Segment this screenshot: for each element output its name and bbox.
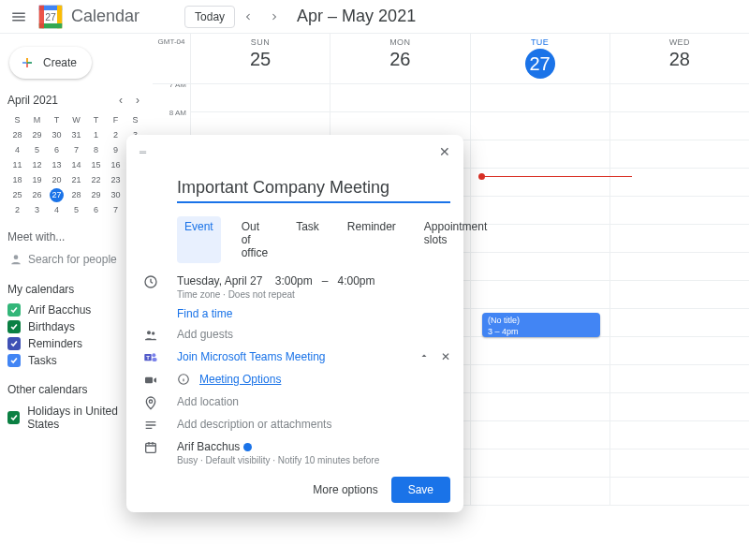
mini-dow: M [27,112,47,127]
mini-day[interactable]: 30 [47,127,66,142]
calendar-item[interactable]: Arif Bacchus [7,302,145,318]
today-button[interactable]: Today [184,6,235,28]
close-button[interactable]: ✕ [439,144,450,159]
calendar-label: Birthdays [28,320,75,333]
calendar-color-dot [243,443,252,451]
create-label: Create [43,56,77,69]
mini-day[interactable]: 7 [66,142,86,157]
mini-prev-button[interactable]: ‹ [113,94,128,107]
calendar-item[interactable]: Holidays in United States [7,403,145,433]
mini-day[interactable]: 3 [27,202,47,217]
day-column[interactable] [609,84,749,506]
event-datetime[interactable]: Tuesday, April 27 3:00pm – 4:00pm [177,274,375,287]
event-title-input[interactable] [177,176,450,203]
teams-icon: T [140,350,162,365]
collapse-conference-button[interactable] [419,350,430,363]
mini-day[interactable]: 20 [47,172,66,187]
tab-out-of-office[interactable]: Out of office [234,216,275,263]
calendar-item[interactable]: Reminders [7,335,145,352]
calendar-icon [140,440,162,455]
prev-period-button[interactable] [237,6,259,28]
mini-day[interactable]: 11 [7,157,27,172]
hamburger-icon[interactable] [7,6,30,28]
day-header-row: GMT-04 SUN25MON26TUE27WED28 [153,34,749,84]
mini-day[interactable]: 23 [106,172,125,187]
mini-day[interactable]: 4 [47,202,66,217]
info-icon [177,373,190,386]
day-column-header[interactable]: TUE27 [470,34,609,83]
mini-next-button[interactable]: › [130,94,145,107]
mini-dow: T [86,112,106,127]
tab-reminder[interactable]: Reminder [340,216,404,263]
svg-point-12 [152,353,155,357]
teams-join-link[interactable]: Join Microsoft Teams Meeting [177,350,326,363]
checkbox-icon [7,411,20,424]
mini-day[interactable]: 29 [27,127,47,142]
search-people-input[interactable]: Search for people [7,249,145,270]
location-icon [140,395,162,410]
calendar-label: Reminders [28,337,82,350]
mini-day[interactable]: 30 [106,187,125,202]
mini-day[interactable]: 5 [66,202,86,217]
event-chip[interactable]: (No title) 3 – 4pm [482,313,600,337]
mini-day[interactable]: 26 [27,187,47,202]
drag-handle-icon[interactable]: ═ [140,147,148,157]
mini-day[interactable]: 29 [86,187,106,202]
add-location-button[interactable]: Add location [177,395,239,408]
mini-day[interactable]: 1 [86,127,106,142]
next-period-button[interactable] [263,6,286,28]
remove-conference-button[interactable]: ✕ [441,350,450,363]
mini-day[interactable]: 5 [27,142,47,157]
calendar-item[interactable]: Tasks [7,352,145,369]
mini-day[interactable]: 13 [47,157,66,172]
mini-day[interactable]: 18 [7,172,27,187]
day-column[interactable] [470,84,609,506]
event-title: (No title) [488,316,595,327]
mini-day[interactable]: 4 [7,142,27,157]
create-button[interactable]: Create [9,47,92,79]
more-options-button[interactable]: More options [313,483,377,496]
mini-dow: S [125,112,145,127]
mini-day[interactable]: 6 [86,202,106,217]
meeting-options-link[interactable]: Meeting Options [199,373,281,386]
tab-appointment-slots[interactable]: Appointment slots [417,216,494,263]
meet-with-label: Meet with... [7,230,145,243]
mini-day[interactable]: 28 [7,127,27,142]
find-a-time-link[interactable]: Find a time [177,307,232,320]
video-icon [140,373,162,388]
mini-day[interactable]: 14 [66,157,86,172]
quick-create-dialog: ═ ✕ EventOut of officeTaskReminderAppoin… [126,135,463,512]
tab-task[interactable]: Task [288,216,327,263]
mini-day[interactable]: 22 [86,172,106,187]
mini-day[interactable]: 27 [47,187,66,202]
person-icon [9,253,22,266]
save-button[interactable]: Save [391,477,450,503]
mini-day[interactable]: 2 [7,202,27,217]
mini-day[interactable]: 19 [27,172,47,187]
mini-day[interactable]: 25 [7,187,27,202]
mini-day[interactable]: 6 [47,142,66,157]
day-of-week: MON [330,37,469,47]
event-time-sub: Time zone · Does not repeat [177,289,375,300]
day-column-header[interactable]: SUN25 [190,34,330,83]
tab-event[interactable]: Event [177,216,221,263]
mini-day[interactable]: 28 [66,187,86,202]
mini-day[interactable]: 21 [66,172,86,187]
mini-day[interactable]: 2 [106,127,125,142]
mini-day[interactable]: 16 [106,157,125,172]
day-column-header[interactable]: MON26 [330,34,469,83]
add-guests-button[interactable]: Add guests [177,328,233,341]
mini-day[interactable]: 12 [27,157,47,172]
mini-day[interactable]: 7 [106,202,125,217]
mini-day[interactable]: 8 [86,142,106,157]
day-column-header[interactable]: WED28 [609,34,749,83]
my-calendars-heading[interactable]: My calendars [7,283,145,296]
mini-day[interactable]: 15 [86,157,106,172]
mini-day[interactable]: 31 [66,127,86,142]
organizer-row[interactable]: Arif Bacchus [177,440,379,453]
other-calendars-heading[interactable]: Other calendars + [7,382,145,397]
mini-dow: W [66,112,86,127]
mini-day[interactable]: 9 [106,142,125,157]
calendar-item[interactable]: Birthdays [7,318,145,335]
add-description-button[interactable]: Add description or attachments [177,418,331,431]
